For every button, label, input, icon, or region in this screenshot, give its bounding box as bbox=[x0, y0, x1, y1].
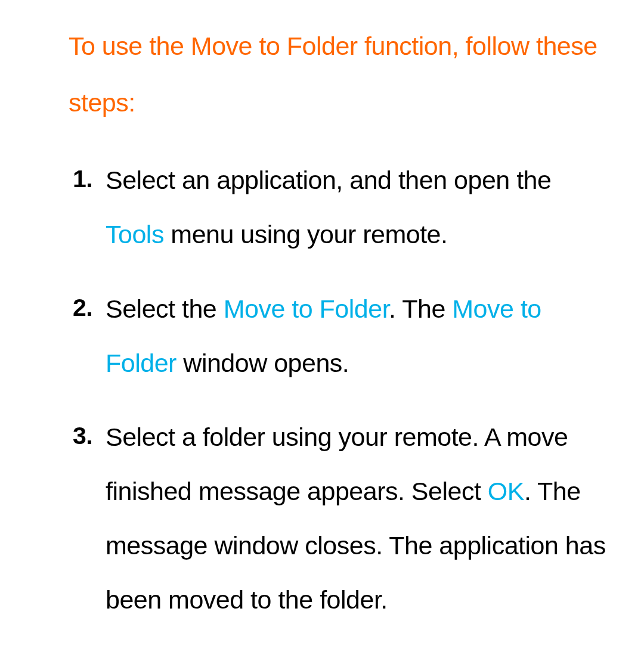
instruction-heading: To use the Move to Folder function, foll… bbox=[69, 18, 614, 131]
steps-list: Select an application, and then open the… bbox=[69, 153, 614, 627]
step-1: Select an application, and then open the… bbox=[69, 153, 614, 262]
step-3: Select a folder using your remote. A mov… bbox=[69, 410, 614, 628]
step-1-text-b: menu using your remote. bbox=[164, 220, 448, 249]
step-1-text-a: Select an application, and then open the bbox=[106, 166, 551, 194]
step-2-text-a: Select the bbox=[106, 294, 224, 323]
step-2: Select the Move to Folder. The Move to F… bbox=[69, 282, 614, 390]
step-2-text-b: . The bbox=[389, 294, 452, 323]
step-2-highlight-move-to-folder-1: Move to Folder bbox=[224, 294, 389, 323]
step-1-highlight-tools: Tools bbox=[106, 220, 164, 249]
step-3-highlight-ok: OK bbox=[488, 477, 524, 505]
step-2-text-c: window opens. bbox=[177, 349, 349, 377]
